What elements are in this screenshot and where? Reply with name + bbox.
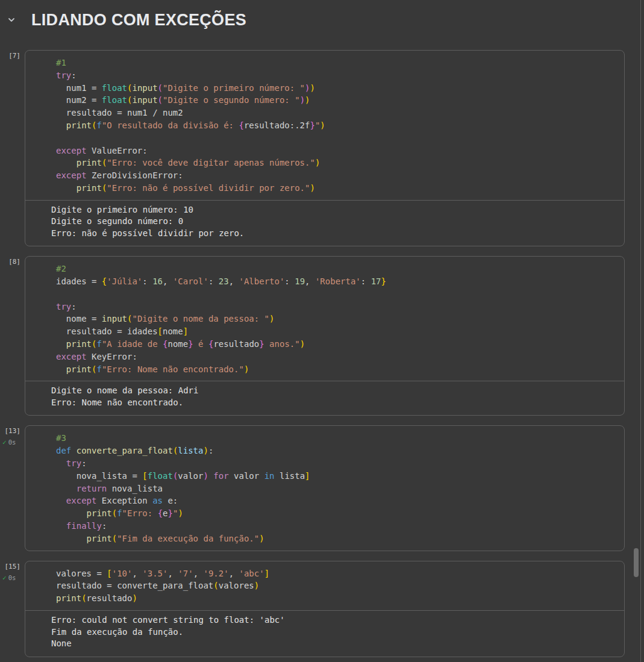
execution-seconds: 0s xyxy=(8,574,16,582)
code-line: print(f"Erro: Nome não encontrado.") xyxy=(56,363,614,376)
code-line: #3 xyxy=(56,432,614,445)
code-line: finally: xyxy=(56,520,614,532)
execution-timing: ✓0s xyxy=(0,439,25,446)
code-line: except Exception as e: xyxy=(56,495,614,507)
cell-row: [8]#2idades = {'Júlia': 16, 'Carol': 23,… xyxy=(0,256,644,416)
code-line: #2 xyxy=(56,263,614,275)
code-editor[interactable]: #3def converte_para_float(lista): try: n… xyxy=(25,426,624,550)
code-line: resultado = num1 / num2 xyxy=(56,107,614,119)
cell-gutter: [13]✓0s xyxy=(0,425,25,551)
code-cell: valores = ['10', '3.5', '7', '9.2', 'abc… xyxy=(25,561,625,657)
code-line: idades = {'Júlia': 16, 'Carol': 23, 'Alb… xyxy=(56,275,614,288)
cell-gutter: [8] xyxy=(0,256,25,416)
cell-output: Digite o primeiro número: 10Digite o seg… xyxy=(25,201,624,246)
code-line: num1 = float(input("Digite o primeiro nú… xyxy=(56,82,614,95)
output-line: Erro: não é possível dividir por zero. xyxy=(51,228,614,240)
code-editor[interactable]: #1try: num1 = float(input("Digite o prim… xyxy=(25,51,624,200)
code-line: except ZeroDivisionError: xyxy=(56,169,614,182)
section-title: LIDANDO COM EXCEÇÕES xyxy=(31,11,246,30)
output-line: Erro: Nome não encontrado. xyxy=(51,397,614,409)
check-icon: ✓ xyxy=(2,439,7,446)
code-editor[interactable]: #2idades = {'Júlia': 16, 'Carol': 23, 'A… xyxy=(25,257,624,381)
code-line: valores = ['10', '3.5', '7', '9.2', 'abc… xyxy=(56,567,614,580)
cell-row: [7]#1try: num1 = float(input("Digite o p… xyxy=(0,50,644,246)
output-line: Fim da execução da função. xyxy=(51,626,614,639)
code-line: resultado = converte_para_float(valores) xyxy=(56,579,614,592)
cell-gutter: [15]✓0s xyxy=(0,561,25,657)
cells-container: [7]#1try: num1 = float(input("Digite o p… xyxy=(0,50,644,657)
code-line: print(resultado) xyxy=(56,592,614,605)
code-line: def converte_para_float(lista): xyxy=(56,445,614,457)
cell-output: Erro: could not convert string to float:… xyxy=(25,611,624,657)
panel-divider xyxy=(640,0,641,662)
output-line: None xyxy=(51,638,614,650)
code-line: try: xyxy=(56,301,614,313)
cell-row: [13]✓0s#3def converte_para_float(lista):… xyxy=(0,425,644,551)
chevron-down-icon[interactable] xyxy=(6,14,17,25)
code-line: except KeyError: xyxy=(56,351,614,363)
code-editor[interactable]: valores = ['10', '3.5', '7', '9.2', 'abc… xyxy=(25,561,624,610)
code-line: nome = input("Digite o nome da pessoa: "… xyxy=(56,313,614,325)
code-line: nova_lista = [float(valor) for valor in … xyxy=(56,470,614,482)
output-line: Digite o nome da pessoa: Adri xyxy=(51,385,614,397)
cell-gutter: [7] xyxy=(0,50,25,246)
code-cell: #1try: num1 = float(input("Digite o prim… xyxy=(25,50,625,246)
code-cell: #2idades = {'Júlia': 16, 'Carol': 23, 'A… xyxy=(25,256,625,416)
code-line xyxy=(56,132,614,145)
code-line: try: xyxy=(56,457,614,470)
code-line xyxy=(56,288,614,301)
output-line: Digite o segundo número: 0 xyxy=(51,216,614,228)
code-line: print("Erro: você deve digitar apenas nú… xyxy=(56,157,614,169)
execution-count[interactable]: [13] xyxy=(0,427,25,436)
code-line: except ValueError: xyxy=(56,145,614,157)
code-line: return nova_lista xyxy=(56,482,614,495)
execution-count[interactable]: [7] xyxy=(0,52,25,60)
code-line: resultado = idades[nome] xyxy=(56,325,614,338)
code-line: print(f"O resultado da divisão é: {resul… xyxy=(56,119,614,132)
check-icon: ✓ xyxy=(2,574,7,582)
code-line: num2 = float(input("Digite o segundo núm… xyxy=(56,94,614,107)
section-header: LIDANDO COM EXCEÇÕES xyxy=(0,0,644,40)
code-line: print(f"Erro: {e}") xyxy=(56,507,614,520)
code-line: try: xyxy=(56,69,614,82)
code-line: #1 xyxy=(56,57,614,69)
code-cell: #3def converte_para_float(lista): try: n… xyxy=(25,425,625,551)
output-line: Erro: could not convert string to float:… xyxy=(51,614,614,626)
scrollbar-thumb[interactable] xyxy=(634,548,639,577)
execution-count[interactable]: [15] xyxy=(0,563,25,571)
output-line: Digite o primeiro número: 10 xyxy=(51,204,614,216)
code-line: print("Erro: não é possível dividir por … xyxy=(56,182,614,195)
execution-seconds: 0s xyxy=(8,439,16,446)
code-line: print(f"A idade de {nome} é {resultado} … xyxy=(56,338,614,351)
execution-count[interactable]: [8] xyxy=(0,258,25,266)
code-line: print("Fim da execução da função.") xyxy=(56,532,614,545)
cell-row: [15]✓0svalores = ['10', '3.5', '7', '9.2… xyxy=(0,561,644,657)
cell-output: Digite o nome da pessoa: AdriErro: Nome … xyxy=(25,381,624,415)
execution-timing: ✓0s xyxy=(0,574,25,582)
